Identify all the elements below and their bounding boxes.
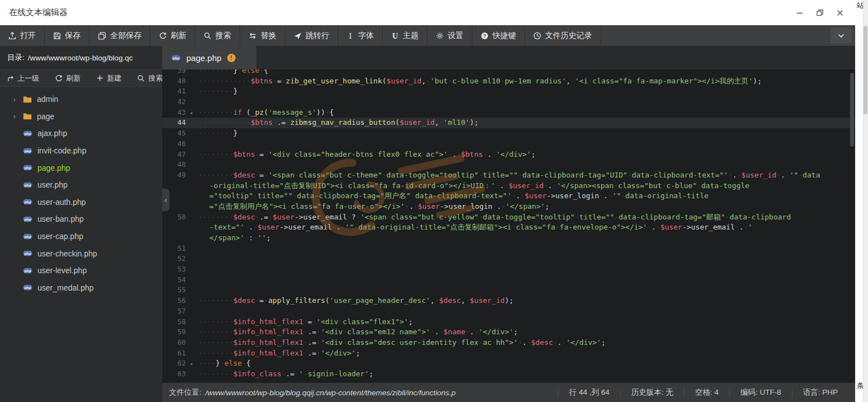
code-line-59[interactable]: 59········$info_html_flex1·.=·'<div·clas… xyxy=(162,327,855,338)
line-number[interactable]: 48 xyxy=(162,160,195,170)
code-line-54[interactable]: 54 xyxy=(162,275,855,286)
code-line-50[interactable]: 50········$desc·.=·$user->user_email·?·'… xyxy=(162,212,855,223)
code-text xyxy=(195,275,198,286)
code-line-51[interactable]: 51 xyxy=(162,244,855,254)
line-number[interactable]: 62▾ xyxy=(162,358,195,369)
history-icon xyxy=(533,32,541,40)
code-line-wrap[interactable]: ="tooltip"·title=""·data-clipboard-tag="… xyxy=(162,191,855,202)
restore-button[interactable] xyxy=(814,7,826,19)
line-number[interactable]: 46 xyxy=(162,139,195,149)
editor-scrollbar[interactable] xyxy=(850,73,854,147)
code-line-62[interactable]: 62▾····}·else·{ xyxy=(162,358,855,369)
code-line-58[interactable]: 58········$info_html_flex1·=·'<div·class… xyxy=(162,317,855,328)
line-number[interactable]: 52 xyxy=(162,254,195,264)
sidebar-new-button[interactable]: 新建 xyxy=(96,73,121,83)
code-line-wrap[interactable]: -original-title="点击复制UID"><i·class="fa·f… xyxy=(162,181,855,191)
toolbar-save-all-button[interactable]: 全部保存 xyxy=(90,25,150,46)
line-number[interactable]: 57 xyxy=(162,306,195,317)
code-line-56[interactable]: 56········$desc·=·apply_filters('user_pa… xyxy=(162,296,855,306)
line-number[interactable]: 39 xyxy=(162,69,195,76)
sidebar-up-level-button[interactable]: 上一级 xyxy=(7,73,39,83)
line-number[interactable] xyxy=(162,222,195,233)
line-number[interactable]: 51 xyxy=(162,244,195,254)
tree-file-user-auth.php[interactable]: phpuser-auth.php xyxy=(0,194,162,211)
line-number[interactable]: 53 xyxy=(162,264,195,275)
code-line-wrap[interactable]: -text="'·.·$user->user_email·.·'"·data-o… xyxy=(162,222,855,233)
toolbar-save-button[interactable]: 保存 xyxy=(45,25,89,46)
code-editor[interactable]: 39········}·else·{40············$btns·=·… xyxy=(162,69,855,382)
toolbar-settings-button[interactable]: 设置 xyxy=(428,25,472,46)
code-line-wrap[interactable]: </span>'·:·''; xyxy=(162,233,855,244)
page-scrollbar-thumb[interactable] xyxy=(864,26,867,114)
toolbar-shortcuts-button[interactable]: ?快捷键 xyxy=(472,25,524,46)
tree-file-user-cap.php[interactable]: phpuser-cap.php xyxy=(0,228,162,245)
tree-file-user-level.php[interactable]: phpuser-level.php xyxy=(0,262,162,279)
toolbar-search-button[interactable]: 搜索 xyxy=(195,25,240,46)
sidebar-search-button[interactable]: 搜索 xyxy=(137,73,163,83)
fold-marker-icon[interactable]: ▾ xyxy=(190,108,193,119)
code-line-41[interactable]: 41········} xyxy=(162,86,855,97)
line-number[interactable]: 56 xyxy=(162,296,195,306)
line-number[interactable]: 58 xyxy=(162,317,195,328)
code-line-44[interactable]: 44············$btns·.=·zibmsg_nav_radius… xyxy=(162,118,855,128)
toolbar-font-button[interactable]: I字体 xyxy=(338,25,382,46)
fold-marker-icon[interactable]: ▾ xyxy=(190,359,193,370)
code-line-48[interactable]: 48 xyxy=(162,160,855,170)
code-line-46[interactable]: 46 xyxy=(162,139,855,149)
minimize-button[interactable] xyxy=(794,7,806,19)
toolbar-expand-button[interactable] xyxy=(831,27,852,44)
code-line-45[interactable]: 45········} xyxy=(162,128,855,139)
tree-file-invit-code.php[interactable]: phpinvit-code.php xyxy=(0,142,162,160)
code-line-39[interactable]: 39········}·else·{ xyxy=(162,69,855,76)
line-number[interactable]: 49 xyxy=(162,170,195,181)
code-line-52[interactable]: 52 xyxy=(162,254,855,264)
line-number[interactable]: 40 xyxy=(162,76,195,87)
line-number[interactable]: 54 xyxy=(162,275,195,286)
line-number[interactable]: 50 xyxy=(162,212,195,223)
tree-folder-admin[interactable]: ›admin xyxy=(0,91,162,108)
code-line-42[interactable]: 42 xyxy=(162,97,855,107)
tree-file-user_medal.php[interactable]: phpuser_medal.php xyxy=(0,279,162,297)
close-button[interactable] xyxy=(834,7,846,19)
line-number[interactable]: 61 xyxy=(162,348,195,359)
code-line-43[interactable]: 43▾········if·(_pz('message_s'))·{ xyxy=(162,107,855,118)
toolbar-goto-line-button[interactable]: 跳转行 xyxy=(285,25,337,46)
tree-file-ajax.php[interactable]: phpajax.php xyxy=(0,125,162,142)
line-number[interactable]: 45 xyxy=(162,128,195,139)
line-number[interactable]: 44 xyxy=(162,118,195,128)
tree-file-user-ban.php[interactable]: phpuser-ban.php xyxy=(0,211,162,228)
tree-file-page.php[interactable]: phppage.php xyxy=(0,159,162,176)
line-number[interactable]: 47 xyxy=(162,149,195,160)
code-line-60[interactable]: 60········$info_html_flex1·.=·'<div·clas… xyxy=(162,338,855,348)
code-line-63[interactable]: 63········$info_class·.=·'·signin-loader… xyxy=(162,369,855,380)
line-number[interactable]: 41 xyxy=(162,86,195,97)
toolbar-theme-button[interactable]: U主题 xyxy=(383,25,427,46)
toolbar-replace-button[interactable]: 替换 xyxy=(240,25,285,46)
code-line-40[interactable]: 40············$btns·=·zib_get_user_home_… xyxy=(162,76,855,87)
line-number[interactable] xyxy=(162,233,195,244)
code-line-57[interactable]: 57 xyxy=(162,306,855,317)
page-scrollbar[interactable] xyxy=(863,0,868,402)
tree-file-user.php[interactable]: phpuser.php xyxy=(0,176,162,194)
toolbar-refresh-button[interactable]: 刷新 xyxy=(151,25,195,46)
save-icon xyxy=(53,32,61,40)
code-line-61[interactable]: 61········$info_html_flex1·.=·'</div>'; xyxy=(162,348,855,359)
toolbar-file-history-button[interactable]: 文件历史记录 xyxy=(525,25,600,46)
line-number[interactable]: 59 xyxy=(162,327,195,338)
code-line-47[interactable]: 47········$btns·=·'<div·class="header-bt… xyxy=(162,149,855,160)
sidebar-refresh-button[interactable]: 刷新 xyxy=(55,73,81,83)
tab-page.php[interactable]: phppage.php! xyxy=(162,46,256,69)
tree-file-user-checkin.php[interactable]: phpuser-checkin.php xyxy=(0,245,162,262)
code-line-49[interactable]: 49········$desc·=·'<span·class="but·c-th… xyxy=(162,170,855,181)
line-number[interactable]: 63 xyxy=(162,369,195,380)
line-number[interactable]: 42 xyxy=(162,97,195,107)
code-line-wrap[interactable]: ="点击复制用户名"><i·class="fa·fa-user-o"></i>'… xyxy=(162,202,855,212)
line-number[interactable]: 55 xyxy=(162,285,195,296)
line-number[interactable]: 60 xyxy=(162,338,195,348)
line-number[interactable]: 43▾ xyxy=(162,107,195,118)
toolbar-open-button[interactable]: 打开 xyxy=(0,25,44,46)
code-line-53[interactable]: 53 xyxy=(162,264,855,275)
code-line-55[interactable]: 55 xyxy=(162,285,855,296)
sidebar-collapse-button[interactable]: ‹ xyxy=(162,189,170,211)
tree-folder-page[interactable]: ›page xyxy=(0,108,162,125)
